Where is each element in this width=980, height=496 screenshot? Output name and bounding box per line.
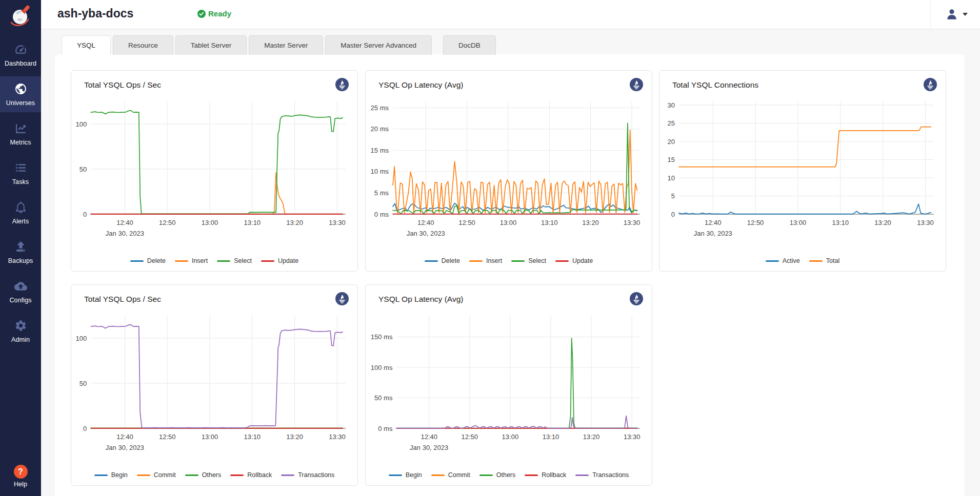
svg-text:13:10: 13:10: [541, 219, 558, 226]
legend-item-delete[interactable]: Delete: [425, 257, 460, 264]
legend-label: Others: [202, 471, 222, 479]
page-title: ash-yba-docs: [57, 7, 133, 20]
legend-item-transactions[interactable]: Transactions: [281, 471, 334, 479]
sidebar-item-help[interactable]: ? Help: [0, 465, 41, 488]
legend-swatch: [175, 260, 188, 262]
chart-legend: BeginCommitOthersRollbackTransactions: [366, 471, 652, 479]
legend-label: Commit: [448, 471, 470, 479]
legend-label: Select: [528, 257, 546, 264]
svg-text:Jan 30, 2023: Jan 30, 2023: [106, 230, 144, 237]
chart-canvas[interactable]: 12:40Jan 30, 202312:5013:0013:1013:2013:…: [366, 309, 653, 459]
svg-text:13:30: 13:30: [624, 219, 641, 226]
chart-legend: DeleteInsertSelectUpdate: [71, 257, 357, 264]
sidebar-item-metrics[interactable]: Metrics: [0, 116, 41, 152]
sidebar-item-admin[interactable]: Admin: [0, 313, 41, 349]
user-icon: [945, 8, 958, 21]
status-badge: Ready: [197, 9, 231, 18]
svg-text:13:20: 13:20: [582, 219, 599, 226]
tab-docdb[interactable]: DocDB: [443, 35, 496, 55]
sidebar-item-label: Universes: [0, 99, 41, 107]
legend-item-others[interactable]: Others: [185, 471, 222, 479]
chart-canvas[interactable]: 12:40Jan 30, 202312:5013:0013:1013:2013:…: [71, 309, 358, 459]
legend-label: Delete: [147, 257, 166, 264]
svg-text:0: 0: [83, 211, 87, 218]
svg-text:13:00: 13:00: [500, 219, 517, 226]
sidebar-item-backups[interactable]: Backups: [0, 234, 41, 270]
svg-text:Jan 30, 2023: Jan 30, 2023: [407, 230, 445, 237]
svg-text:50 ms: 50 ms: [374, 394, 393, 402]
chart-canvas[interactable]: 12:40Jan 30, 202312:5013:0013:1013:2013:…: [366, 95, 653, 245]
series-transactions: [91, 325, 343, 428]
chart-canvas[interactable]: 12:40Jan 30, 202312:5013:0013:1013:2013:…: [71, 95, 358, 245]
tab-ysql[interactable]: YSQL: [62, 35, 111, 55]
sidebar-item-label: Backups: [0, 257, 41, 264]
legend-item-rollback[interactable]: Rollback: [230, 471, 272, 479]
tab-master-server[interactable]: Master Server: [249, 35, 323, 55]
legend-item-others[interactable]: Others: [479, 471, 516, 479]
tab-resource[interactable]: Resource: [113, 35, 173, 55]
legend-item-select[interactable]: Select: [511, 257, 546, 264]
legend-swatch: [389, 474, 402, 476]
chart-title: YSQL Op Latency (Avg): [378, 80, 463, 90]
legend-label: Begin: [406, 471, 422, 479]
svg-text:100: 100: [75, 335, 87, 342]
legend-swatch: [185, 474, 198, 476]
legend-item-delete[interactable]: Delete: [130, 257, 166, 264]
svg-text:12:50: 12:50: [462, 433, 478, 441]
legend-item-begin[interactable]: Begin: [389, 471, 422, 479]
legend-label: Delete: [442, 257, 460, 264]
svg-text:0 ms: 0 ms: [378, 425, 393, 432]
sidebar-item-label: Tasks: [0, 178, 41, 185]
check-circle-icon: [197, 10, 206, 18]
legend-item-commit[interactable]: Commit: [431, 471, 470, 479]
prometheus-icon[interactable]: [629, 292, 644, 306]
legend-item-insert[interactable]: Insert: [175, 257, 208, 264]
svg-text:12:50: 12:50: [747, 219, 764, 226]
legend-swatch: [809, 260, 823, 262]
tab-tablet-server[interactable]: Tablet Server: [175, 35, 247, 55]
sidebar-item-dashboard[interactable]: Dashboard: [0, 37, 41, 73]
sidebar-item-universes[interactable]: Universes: [0, 76, 41, 112]
chart-card-3: Total YSQL Ops / Sec12:40Jan 30, 202312:…: [71, 284, 358, 486]
prometheus-icon[interactable]: [335, 292, 349, 306]
sidebar-item-tasks[interactable]: Tasks: [0, 155, 41, 191]
legend-label: Update: [572, 257, 593, 264]
svg-text:13:30: 13:30: [329, 219, 346, 226]
legend-item-active[interactable]: Active: [766, 257, 800, 264]
svg-text:10 ms: 10 ms: [371, 168, 389, 175]
legend-item-insert[interactable]: Insert: [469, 257, 502, 264]
chart-canvas[interactable]: 12:40Jan 30, 202312:5013:0013:1013:2013:…: [659, 95, 947, 245]
legend-item-commit[interactable]: Commit: [137, 471, 176, 479]
svg-text:13:30: 13:30: [329, 433, 346, 441]
legend-label: Transactions: [298, 471, 334, 479]
legend-item-begin[interactable]: Begin: [94, 471, 128, 479]
svg-text:20: 20: [668, 138, 675, 146]
chart-card-2: Total YSQL Connections12:40Jan 30, 20231…: [659, 70, 946, 272]
svg-text:0 ms: 0 ms: [374, 211, 389, 218]
svg-text:Jan 30, 2023: Jan 30, 2023: [694, 230, 732, 237]
svg-text:13:10: 13:10: [543, 433, 559, 441]
sidebar-item-configs[interactable]: Configs: [0, 274, 41, 309]
svg-text:12:40: 12:40: [417, 219, 434, 226]
legend-item-update[interactable]: Update: [555, 257, 593, 264]
app-logo[interactable]: [7, 3, 34, 30]
legend-item-select[interactable]: Select: [217, 257, 252, 264]
chart-icon: [14, 122, 27, 135]
chart-legend: ActiveTotal: [659, 257, 946, 264]
globe-icon: [14, 82, 27, 95]
legend-item-update[interactable]: Update: [261, 257, 298, 264]
legend-item-total[interactable]: Total: [809, 257, 839, 264]
legend-label: Update: [278, 257, 298, 264]
prometheus-icon[interactable]: [629, 77, 644, 92]
user-menu[interactable]: [930, 0, 973, 29]
prometheus-icon[interactable]: [923, 77, 937, 92]
legend-item-rollback[interactable]: Rollback: [525, 471, 566, 479]
sidebar-item-alerts[interactable]: Alerts: [0, 195, 41, 231]
tab-master-server-advanced[interactable]: Master Server Advanced: [325, 35, 432, 55]
legend-label: Others: [496, 471, 516, 479]
legend-swatch: [261, 260, 274, 262]
prometheus-icon[interactable]: [335, 77, 349, 92]
legend-item-transactions[interactable]: Transactions: [575, 471, 629, 479]
legend-swatch: [230, 474, 244, 476]
legend-swatch: [94, 474, 108, 476]
